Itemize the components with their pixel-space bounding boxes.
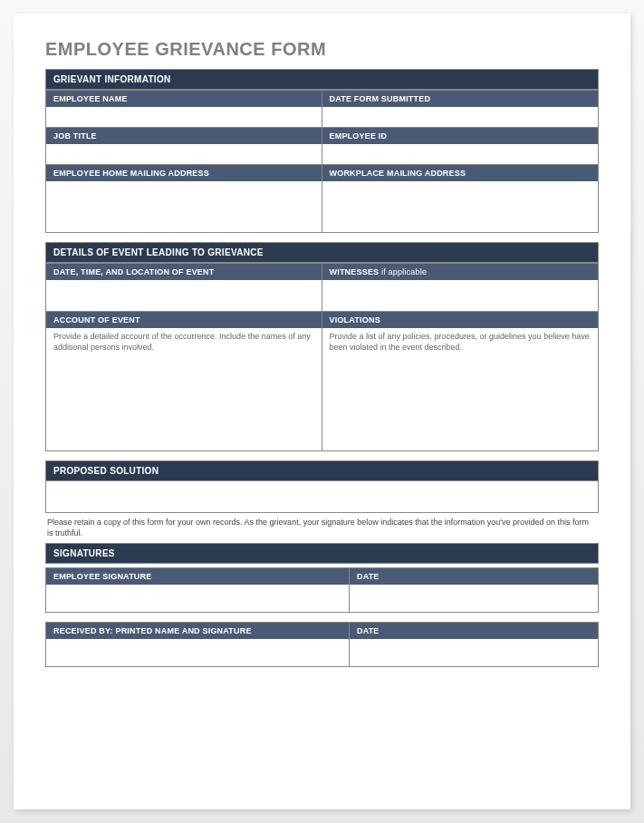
violations-input[interactable]: Provide a list of any policies, procedur… bbox=[322, 328, 599, 450]
witnesses-suffix: if applicable bbox=[379, 267, 427, 276]
datetime-location-label: DATE, TIME, AND LOCATION OF EVENT bbox=[46, 263, 322, 280]
violations-instruction: Provide a list of any policies, procedur… bbox=[330, 332, 591, 353]
employee-signature-input[interactable] bbox=[46, 585, 350, 612]
signature-date-input[interactable] bbox=[350, 585, 598, 612]
job-title-label: JOB TITLE bbox=[46, 127, 322, 144]
account-label: ACCOUNT OF EVENT bbox=[46, 311, 322, 328]
form-title: EMPLOYEE GRIEVANCE FORM bbox=[45, 39, 599, 60]
received-date-input[interactable] bbox=[350, 639, 598, 666]
received-date-label: DATE bbox=[350, 623, 598, 639]
received-by-input[interactable] bbox=[46, 639, 350, 666]
employee-signature-label: EMPLOYEE SIGNATURE bbox=[46, 568, 350, 585]
section-grievant-info-header: GRIEVANT INFORMATION bbox=[45, 69, 599, 90]
section-signatures-header: SIGNATURES bbox=[45, 543, 599, 564]
workplace-address-label: WORKPLACE MAILING ADDRESS bbox=[322, 164, 599, 181]
home-address-label: EMPLOYEE HOME MAILING ADDRESS bbox=[46, 164, 322, 181]
section-proposed-solution-header: PROPOSED SOLUTION bbox=[45, 460, 599, 481]
account-input[interactable]: Provide a detailed account of the occurr… bbox=[46, 328, 322, 450]
form-page: EMPLOYEE GRIEVANCE FORM GRIEVANT INFORMA… bbox=[14, 14, 630, 809]
workplace-address-input[interactable] bbox=[322, 181, 599, 232]
employee-name-label: EMPLOYEE NAME bbox=[46, 90, 322, 107]
proposed-solution-input[interactable] bbox=[46, 481, 598, 512]
datetime-location-input[interactable] bbox=[46, 280, 322, 311]
job-title-input[interactable] bbox=[46, 144, 322, 164]
witnesses-label-text: WITNESSES bbox=[330, 267, 380, 276]
account-instruction: Provide a detailed account of the occurr… bbox=[53, 332, 314, 353]
employee-id-label: EMPLOYEE ID bbox=[322, 127, 599, 144]
date-submitted-label: DATE FORM SUBMITTED bbox=[322, 90, 599, 107]
received-by-label: RECEIVED BY: PRINTED NAME AND SIGNATURE bbox=[46, 623, 350, 639]
employee-id-input[interactable] bbox=[322, 144, 599, 164]
disclaimer-text: Please retain a copy of this form for yo… bbox=[45, 513, 599, 543]
date-submitted-input[interactable] bbox=[322, 107, 599, 127]
signature-date-label: DATE bbox=[350, 568, 598, 585]
witnesses-label: WITNESSES if applicable bbox=[322, 263, 599, 280]
witnesses-input[interactable] bbox=[322, 280, 599, 311]
section-event-details-header: DETAILS OF EVENT LEADING TO GRIEVANCE bbox=[45, 242, 599, 263]
violations-label: VIOLATIONS bbox=[322, 311, 599, 328]
employee-name-input[interactable] bbox=[46, 107, 322, 127]
home-address-input[interactable] bbox=[46, 181, 322, 232]
